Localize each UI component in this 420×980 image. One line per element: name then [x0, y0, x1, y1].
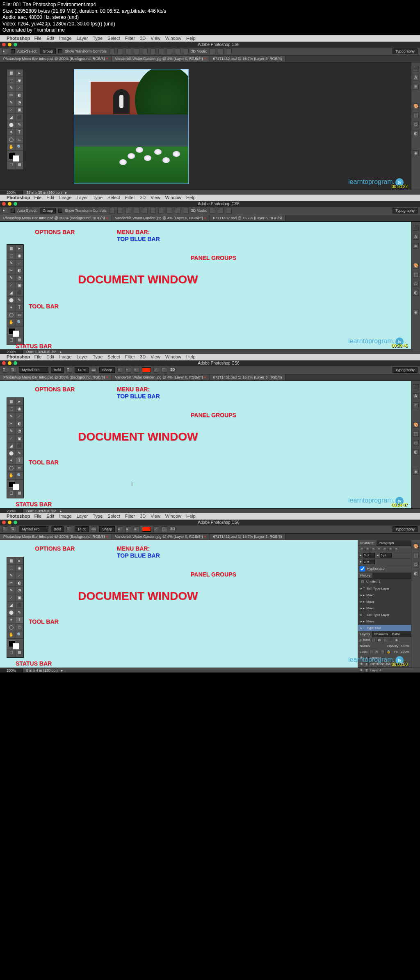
maximize-icon[interactable]: [14, 43, 17, 46]
tool-icon[interactable]: ▸: [2, 48, 8, 54]
macos-menubar[interactable]: Photoshop FileEditImageLayerTypeSelectFi…: [0, 195, 420, 201]
hyphenate-checkbox[interactable]: [360, 566, 365, 571]
autoselect-checkbox[interactable]: [11, 49, 15, 53]
toolbox[interactable]: ▦▸⬚◉✎⟋✂◐✎◔⟋▣◢⬛⬤✎✶T◯▭✋🔍 ◻◼: [7, 557, 24, 658]
history-item: ⬚Untitled-1: [358, 578, 411, 585]
panel-dock[interactable]: ⬛A≡🎨⬚⬭◐◈: [411, 62, 420, 190]
video-metadata: File: 001 The Photoshop Environment.mp4 …: [0, 0, 420, 35]
document-canvas[interactable]: ▦▸⬚◉✎⟋✂◐✎◔⟋▣◢⬛⬤✎✶T◯▭✋🔍 ◻◼ OPTIONS BAR ME…: [0, 222, 411, 349]
size-select[interactable]: 14 pt: [75, 367, 89, 373]
document-canvas[interactable]: ▦▸⬚◉✎⟋✂◐✎◔⟋▣◢⬛⬤✎✶T◯▭✋🔍 ◻◼ OPTIONS BAR ME…: [0, 381, 411, 508]
weight-select[interactable]: Bold: [51, 367, 64, 373]
text-color[interactable]: [142, 367, 151, 372]
close-icon[interactable]: [2, 43, 6, 46]
transform-checkbox[interactable]: [58, 49, 62, 53]
window-titlebar: Adobe Photoshop CS6: [0, 42, 420, 48]
font-select[interactable]: Myriad Pro: [19, 367, 48, 373]
document-canvas[interactable]: ▦▸⬚◉✎⟋✂◐✎◔⟋▣◢⬛⬤✎✶T◯▭✋🔍 ◻◼ learntoprogram…: [0, 62, 411, 190]
timestamp: 00:50:22: [392, 184, 408, 189]
options-bar[interactable]: ▸ Auto-Select: Group Show Transform Cont…: [0, 48, 420, 56]
text-cursor: I: [131, 482, 132, 487]
document-canvas[interactable]: ▦▸⬚◉✎⟋✂◐✎◔⟋▣◢⬛⬤✎✶T◯▭✋🔍 ◻◼ OPTIONS BAR ME…: [0, 540, 411, 668]
history-panel: ⬚Untitled-1 ▸ T Edit Type Layer ▸ ▸ Move…: [358, 578, 411, 631]
toolbox[interactable]: ▦▸⬚◉✎⟋✂◐✎◔⟋▣◢⬛⬤✎✶T◯▭✋🔍 ◻◼: [7, 397, 24, 498]
toolbox[interactable]: ▦▸⬚◉✎⟋✂◐✎◔⟋▣◢⬛⬤✎✶T◯▭✋🔍 ◻◼: [7, 69, 24, 170]
image-preview: [74, 69, 189, 184]
toolbox[interactable]: ▦▸⬚◉✎⟋✂◐✎◔⟋▣◢⬛⬤✎✶T◯▭✋🔍 ◻◼: [7, 244, 24, 345]
document-tabs[interactable]: Photoshop Menu Bar Intro.psd @ 200% (Bac…: [0, 56, 420, 62]
group-select[interactable]: Group: [40, 48, 56, 54]
options-bar: ▸Auto-Select:GroupShow Transform Control…: [0, 207, 420, 215]
panels-sidebar[interactable]: CharacterParagraph ≡≡≡≡≡≡≡ ▸ ◂ ▾ Hyphena…: [358, 540, 411, 668]
minimize-icon[interactable]: [8, 43, 11, 46]
macos-menubar[interactable]: Photoshop FileEditImageLayerTypeSelectFi…: [0, 35, 420, 42]
color-swatch[interactable]: [7, 151, 23, 161]
options-bar-type: T⇅ Myriad Pro Bold T14 pt aaSharp ≡≡≡ ⟋⬚…: [0, 366, 420, 374]
aa-select[interactable]: Sharp: [99, 367, 115, 373]
workspace-select[interactable]: Typography: [393, 48, 418, 54]
macos-menubar[interactable]: Photoshop FileEditImageLayerTypeSelectFi…: [0, 354, 420, 360]
layers-panel: ρKind ⬚◐T⬛◈ NormalOpacity:100% Lock:⬚✎↔🔒…: [358, 637, 411, 672]
macos-menubar[interactable]: Photoshop FileEditImageLayerTypeSelectFi…: [0, 513, 420, 520]
